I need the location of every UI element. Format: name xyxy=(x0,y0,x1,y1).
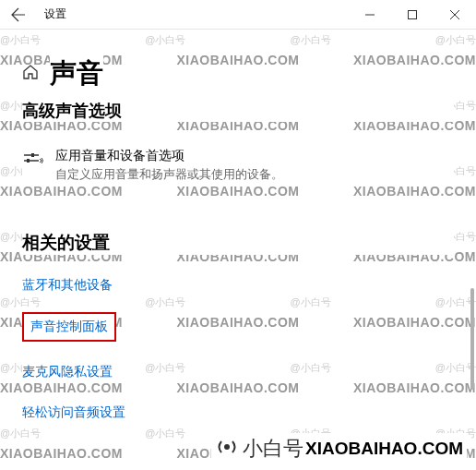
brand-watermark: 小白号 XIAOBAIHAO.COM xyxy=(211,433,467,464)
maximize-button[interactable] xyxy=(391,0,434,30)
setting-title: 应用音量和设备首选项 xyxy=(55,148,454,164)
minimize-button[interactable] xyxy=(349,0,391,30)
link-ease-of-access-audio[interactable]: 轻松访问音频设置 xyxy=(22,403,125,423)
app-volume-setting[interactable]: 应用音量和设备首选项 自定义应用音量和扬声器或其使用的设备。 xyxy=(22,148,454,183)
page-header: 声音 xyxy=(22,55,454,92)
close-icon xyxy=(450,10,459,19)
brand-en-text: XIAOBAIHAO.COM xyxy=(305,439,463,459)
svg-rect-1 xyxy=(31,153,34,157)
home-icon[interactable] xyxy=(22,64,39,84)
sliders-icon xyxy=(22,150,55,183)
page-title: 声音 xyxy=(50,55,103,92)
link-sound-control-panel[interactable]: 声音控制面板 xyxy=(22,312,116,342)
link-bluetooth-devices[interactable]: 蓝牙和其他设备 xyxy=(22,275,113,295)
titlebar: 设置 xyxy=(0,0,476,30)
back-button[interactable] xyxy=(0,0,37,30)
close-button[interactable] xyxy=(434,0,476,30)
svg-rect-2 xyxy=(27,159,30,163)
svg-rect-0 xyxy=(409,10,417,18)
broadcast-icon xyxy=(215,435,239,463)
window-title: 设置 xyxy=(44,6,66,22)
svg-point-8 xyxy=(224,444,230,450)
section-title-cropped: 高级声首选坝 xyxy=(22,100,454,122)
maximize-icon xyxy=(408,10,417,19)
link-microphone-privacy[interactable]: 麦克风隐私设置 xyxy=(22,362,113,382)
setting-desc: 自定义应用音量和扬声器或其使用的设备。 xyxy=(55,166,454,183)
brand-cn-text: 小白号 xyxy=(243,435,303,463)
minimize-icon xyxy=(365,10,375,19)
arrow-left-icon xyxy=(11,7,26,22)
window-controls xyxy=(349,0,476,30)
related-settings-header: 相关的设置 xyxy=(22,231,454,255)
scrollbar-thumb[interactable] xyxy=(470,288,474,390)
